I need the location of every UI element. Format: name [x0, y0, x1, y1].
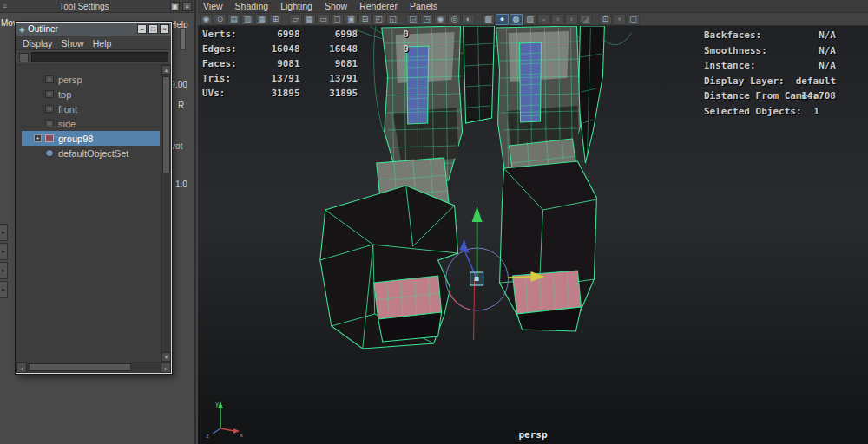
- safe-action-icon[interactable]: ◰: [372, 14, 385, 25]
- scrollbar-thumb[interactable]: [162, 76, 170, 173]
- collapsed-panel-tab[interactable]: ▸: [0, 262, 8, 279]
- tool-settings-title: Tool Settings: [59, 2, 108, 11]
- wireframe-on-shaded-icon[interactable]: ◍: [510, 14, 523, 25]
- resolution-gate-icon[interactable]: ◻: [331, 14, 344, 25]
- close-panel-icon[interactable]: ×: [182, 2, 192, 11]
- center-cloth[interactable]: [464, 26, 495, 123]
- scroll-up-icon[interactable]: ▲: [161, 65, 171, 75]
- chevron-right-icon: ▸: [2, 286, 5, 293]
- hud-label: Smoothness:: [704, 45, 767, 56]
- hud-row: Selected Objects: 1: [704, 104, 836, 120]
- outliner-vertical-scrollbar[interactable]: ▲ ▼: [161, 65, 171, 362]
- outliner-item-front[interactable]: + front: [22, 101, 160, 116]
- collapsed-panel-tab[interactable]: ▸: [0, 281, 8, 298]
- viewport-toolbar: ◉⊙▤▥▦⊞▱▦▭◻▣⊞◰◱◲◳◉◎◐▩●◍▨◒◖◗◪⊡▫▢: [198, 13, 868, 26]
- hanging-cloth[interactable]: [578, 26, 604, 163]
- window-icon: ◈: [19, 25, 25, 34]
- grid-icon[interactable]: ▦: [303, 14, 316, 25]
- use-default-material-icon[interactable]: ◒: [537, 14, 550, 25]
- x-axis-handle[interactable]: [509, 277, 531, 278]
- outliner-list[interactable]: ▲ ▼ + persp + top: [16, 65, 171, 362]
- shadows-icon[interactable]: ◐: [462, 14, 475, 25]
- hud-row: Edges: 16048 16048 0: [202, 42, 409, 56]
- xray-icon[interactable]: ◖: [551, 14, 564, 25]
- field-chart-icon[interactable]: ⊞: [358, 14, 372, 25]
- texture-placement-icon[interactable]: ▢: [627, 14, 640, 25]
- scrollbar-thumb[interactable]: [29, 363, 131, 371]
- film-gate-icon[interactable]: ▭: [317, 14, 330, 25]
- menu-renderer[interactable]: Renderer: [359, 1, 398, 11]
- hud-row: Distance From Camera: 14.708: [704, 88, 836, 104]
- plugin-shapes-icon[interactable]: ▫: [613, 14, 626, 25]
- outliner-titlebar[interactable]: ◈ Outliner –□×: [16, 23, 171, 36]
- textured-icon[interactable]: ▨: [523, 14, 536, 25]
- menu-show[interactable]: Show: [325, 1, 347, 11]
- menu-panels[interactable]: Panels: [410, 1, 437, 11]
- z-axis-cone[interactable]: [460, 239, 470, 253]
- lighting-all-icon[interactable]: ◎: [448, 14, 461, 25]
- xray-joints-icon[interactable]: ◗: [565, 14, 578, 25]
- bookmarks-icon[interactable]: ▥: [241, 14, 254, 25]
- outliner-item-defaultObjectSet[interactable]: + defaultObjectSet: [22, 146, 160, 160]
- rotate-ring-segment[interactable]: [449, 290, 471, 310]
- hud-label: Verts:: [202, 27, 253, 42]
- hud-label: Display Layer:: [704, 75, 785, 87]
- outliner-item-label: front: [58, 104, 77, 114]
- collapsed-panel-tab[interactable]: ▸: [0, 243, 8, 260]
- frame-selection-icon[interactable]: ◳: [420, 14, 433, 25]
- select-camera-icon[interactable]: ◉: [200, 14, 213, 25]
- filter-icon[interactable]: [19, 53, 29, 62]
- outliner-search-input[interactable]: [31, 52, 168, 62]
- left-boot-mesh[interactable]: [320, 186, 458, 349]
- field-value-fragment: 1.0: [175, 180, 187, 189]
- maximize-button[interactable]: □: [148, 24, 158, 34]
- viewport-canvas[interactable]: Verts: 6998 6998 0 Edges: 16048 16048 0 …: [198, 26, 868, 444]
- image-plane-icon[interactable]: ▦: [255, 14, 268, 25]
- node-type-icon: [45, 90, 54, 98]
- dock-panel-icon[interactable]: ▣: [170, 2, 180, 11]
- hud-value: N/A: [819, 58, 836, 74]
- right-boot-mesh[interactable]: [500, 161, 597, 331]
- outliner-horizontal-scrollbar[interactable]: ◂ ▸: [16, 362, 171, 373]
- smooth-shade-icon[interactable]: ●: [496, 14, 509, 25]
- menu-shading[interactable]: Shading: [235, 1, 269, 11]
- outliner-item-group98[interactable]: + group98: [22, 131, 160, 146]
- frame-all-icon[interactable]: ◲: [406, 14, 419, 25]
- hud-selected-value: 13791: [306, 71, 358, 86]
- outliner-item-top[interactable]: + top: [22, 87, 160, 101]
- grease-pencil-icon[interactable]: ▱: [289, 14, 302, 25]
- x-axis-arrow: [233, 428, 240, 434]
- outliner-menubar: DisplayShowHelp: [16, 36, 171, 50]
- backface-culling-icon[interactable]: ◪: [579, 14, 592, 25]
- expand-toggle-icon[interactable]: +: [34, 134, 42, 142]
- menu-view[interactable]: View: [203, 1, 223, 11]
- wireframe-icon[interactable]: ▩: [482, 14, 495, 25]
- scroll-right-icon[interactable]: ▸: [161, 362, 171, 373]
- y-axis-cone[interactable]: [472, 206, 483, 222]
- camera-attributes-icon[interactable]: ▤: [227, 14, 240, 25]
- lighting-default-icon[interactable]: ◉: [434, 14, 447, 25]
- 2d-pan-zoom-icon[interactable]: ⊞: [269, 14, 282, 25]
- scroll-left-icon[interactable]: ◂: [16, 362, 27, 373]
- collapsed-panel-tab[interactable]: ▸: [0, 224, 8, 241]
- outliner-item-label: defaultObjectSet: [58, 148, 128, 159]
- outliner-menu-help[interactable]: Help: [93, 38, 112, 49]
- lock-camera-icon[interactable]: ⊙: [214, 14, 227, 25]
- z-axis-label: z: [206, 433, 209, 439]
- minimize-button[interactable]: –: [137, 24, 147, 34]
- hud-selected-value: 16048: [306, 42, 358, 56]
- x-axis-line[interactable]: [474, 279, 475, 340]
- gate-mask-icon[interactable]: ▣: [345, 14, 358, 25]
- tool-settings-scrollbar[interactable]: [180, 28, 186, 50]
- outliner-menu-show[interactable]: Show: [61, 38, 83, 49]
- outliner-menu-display[interactable]: Display: [23, 38, 52, 49]
- scrollbar-track: [27, 362, 161, 373]
- scroll-down-icon[interactable]: ▼: [161, 352, 171, 362]
- menu-lighting[interactable]: Lighting: [280, 1, 312, 11]
- isolate-select-icon[interactable]: ⊡: [599, 14, 612, 25]
- safe-title-icon[interactable]: ◱: [386, 14, 399, 25]
- close-button[interactable]: ×: [160, 24, 169, 34]
- tool-settings-titlebar[interactable]: ≡ Tool Settings ▣ ×: [0, 0, 194, 13]
- outliner-item-side[interactable]: + side: [22, 116, 160, 131]
- outliner-item-persp[interactable]: + persp: [22, 72, 160, 87]
